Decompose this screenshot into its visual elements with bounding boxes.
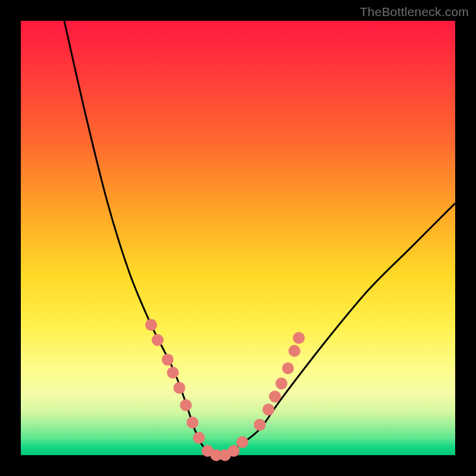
highlight-dot xyxy=(282,362,294,374)
highlight-dot xyxy=(275,378,287,390)
highlight-dot xyxy=(145,319,157,331)
highlight-dot xyxy=(254,419,266,431)
bottleneck-curve xyxy=(64,21,455,456)
highlight-dot xyxy=(186,416,198,428)
watermark-text: TheBottleneck.com xyxy=(360,5,469,19)
plot-area xyxy=(21,21,455,455)
highlight-dot xyxy=(289,345,300,357)
highlight-dots-group xyxy=(145,319,305,461)
highlight-dot xyxy=(262,403,274,415)
chart-svg xyxy=(21,21,455,455)
highlight-dot xyxy=(193,432,205,444)
highlight-dot xyxy=(173,382,185,394)
highlight-dot xyxy=(293,332,305,344)
highlight-dot xyxy=(236,436,248,448)
highlight-dot xyxy=(180,399,192,411)
highlight-dot xyxy=(269,390,281,402)
highlight-dot xyxy=(162,353,174,365)
highlight-dot xyxy=(228,445,240,457)
curve-path-group xyxy=(64,21,455,456)
highlight-dot xyxy=(167,367,179,378)
highlight-dot xyxy=(152,334,164,346)
chart-frame: TheBottleneck.com xyxy=(0,0,476,476)
